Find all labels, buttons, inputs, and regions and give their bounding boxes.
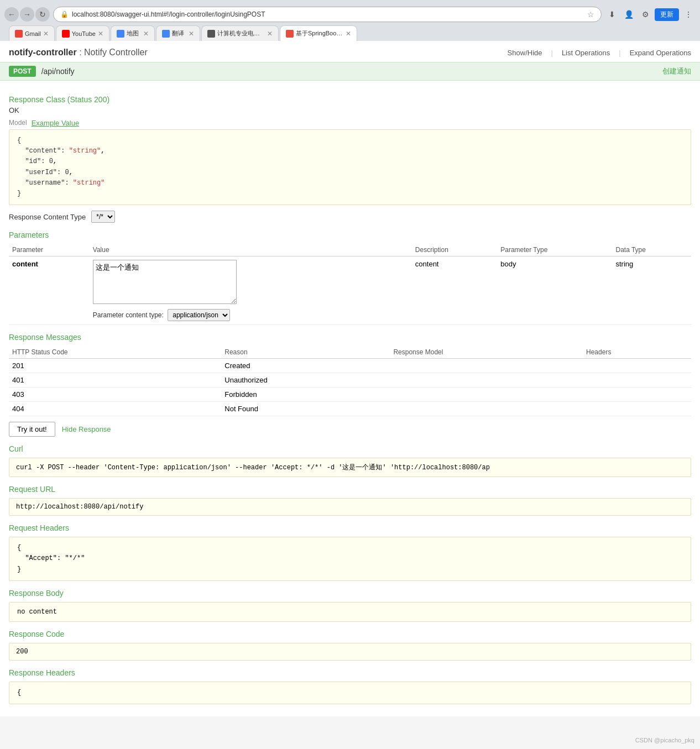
response-class-title: Response Class (Status 200)	[9, 95, 691, 104]
resp-header-reason: Reason	[221, 346, 390, 359]
example-value-tab[interactable]: Example Value	[32, 119, 79, 127]
request-url-block: http://localhost:8080/api/notify	[9, 498, 691, 516]
resp-headers-201	[583, 359, 691, 373]
param-value-content[interactable]: 这是一个通知	[93, 260, 237, 304]
table-row: content 这是一个通知 Parameter content type: a…	[9, 256, 691, 325]
param-ct-label: Parameter content type:	[93, 311, 164, 319]
param-datatype-content: string	[612, 256, 691, 325]
param-ct-select[interactable]: application/json	[168, 309, 230, 321]
parameters-table: Parameter Value Description Parameter Ty…	[9, 244, 691, 325]
tab-springboot[interactable]: 基于SpringBoot实... ✕	[280, 25, 357, 41]
tab-springboot-label: 基于SpringBoot实...	[296, 29, 343, 38]
profile-icon[interactable]: 👤	[621, 7, 636, 22]
extensions-icon[interactable]: ⚙	[638, 7, 652, 22]
resp-model-403	[390, 387, 583, 402]
hide-response-link[interactable]: Hide Response	[62, 425, 111, 433]
tab-maps-label: 地图	[127, 29, 139, 38]
tab-youtube-close[interactable]: ✕	[98, 30, 103, 38]
tab-ebooks-close[interactable]: ✕	[267, 30, 273, 38]
main-content-area: Response Class (Status 200) OK Model Exa…	[0, 81, 700, 716]
tab-translate-label: 翻译	[172, 29, 184, 38]
page-content: notify-controller : Notify Controller Sh…	[0, 41, 700, 716]
try-it-out-button[interactable]: Try it out!	[9, 422, 55, 437]
response-code-block: 200	[9, 643, 691, 661]
resp-model-404	[390, 402, 583, 416]
table-row: 404 Not Found	[9, 402, 691, 416]
downloads-icon[interactable]: ⬇	[605, 7, 619, 22]
tab-maps-close[interactable]: ✕	[143, 30, 149, 38]
back-button[interactable]: ←	[4, 7, 19, 22]
tab-gmail[interactable]: Gmail ✕	[9, 25, 55, 41]
response-headers-title: Response Headers	[9, 668, 691, 677]
response-content-type-select[interactable]: */*	[91, 211, 115, 223]
youtube-favicon	[62, 30, 70, 38]
model-label: Model	[9, 119, 27, 127]
tab-translate-close[interactable]: ✕	[189, 30, 194, 38]
resp-model-401	[390, 373, 583, 387]
param-header-parameter: Parameter	[9, 244, 90, 256]
param-description-content: content	[412, 256, 497, 325]
curl-block: curl -X POST --header 'Content-Type: app…	[9, 458, 691, 477]
expand-operations-link[interactable]: Expand Operations	[630, 49, 691, 57]
menu-icon[interactable]: ⋮	[681, 7, 696, 22]
endpoint-bar: POST /api/notify 创建通知	[0, 62, 700, 81]
param-header-description: Description	[412, 244, 497, 256]
list-operations-link[interactable]: List Operations	[562, 49, 610, 57]
response-headers-block: {	[9, 682, 691, 704]
param-header-parameter-type: Parameter Type	[497, 244, 612, 256]
response-messages-title: Response Messages	[9, 333, 691, 342]
param-header-data-type: Data Type	[612, 244, 691, 256]
param-header-value: Value	[90, 244, 412, 256]
swagger-header: notify-controller : Notify Controller Sh…	[0, 41, 700, 62]
url-input[interactable]	[72, 11, 584, 18]
translate-favicon	[162, 30, 170, 38]
tab-youtube[interactable]: YouTube ✕	[56, 25, 109, 41]
table-row: 403 Forbidden	[9, 387, 691, 402]
controller-title-bar: notify-controller : Notify Controller	[9, 48, 148, 57]
resp-headers-404	[583, 402, 691, 416]
bookmark-icon[interactable]: ☆	[587, 10, 594, 19]
reload-button[interactable]: ↻	[35, 7, 50, 22]
resp-code-404: 404	[9, 402, 221, 416]
method-badge: POST	[9, 66, 36, 77]
buttons-row: Try it out! Hide Response	[9, 422, 691, 437]
secure-icon: 🔒	[60, 11, 69, 18]
tab-gmail-label: Gmail	[25, 30, 41, 37]
update-button[interactable]: 更新	[655, 8, 679, 21]
ebooks-favicon	[207, 30, 215, 38]
gmail-favicon	[15, 30, 23, 38]
resp-reason-403: Forbidden	[221, 387, 390, 402]
endpoint-action-link[interactable]: 创建通知	[662, 66, 691, 76]
response-body-title: Response Body	[9, 589, 691, 598]
table-row: 201 Created	[9, 359, 691, 373]
table-row: 401 Unauthorized	[9, 373, 691, 387]
tab-translate[interactable]: 翻译 ✕	[156, 25, 200, 41]
address-bar[interactable]: 🔒 ☆	[53, 7, 602, 22]
resp-header-headers: Headers	[583, 346, 691, 359]
maps-favicon	[117, 30, 124, 38]
resp-code-401: 401	[9, 373, 221, 387]
response-code-title: Response Code	[9, 630, 691, 638]
tab-ebooks[interactable]: 计算机专业电子书... ✕	[201, 25, 279, 41]
json-code-block: { "content": "string", "id": 0, "userId"…	[9, 129, 691, 205]
tab-ebooks-label: 计算机专业电子书...	[217, 29, 265, 38]
tab-maps[interactable]: 地图 ✕	[111, 25, 155, 41]
resp-reason-201: Created	[221, 359, 390, 373]
parameters-title: Parameters	[9, 231, 691, 239]
response-body-block: no content	[9, 602, 691, 622]
curl-title: Curl	[9, 444, 691, 453]
forward-button[interactable]: →	[20, 7, 34, 22]
show-hide-link[interactable]: Show/Hide	[508, 49, 542, 57]
request-headers-block: { "Accept": "*/*" }	[9, 537, 691, 581]
param-name-content: content	[12, 260, 38, 268]
tab-youtube-label: YouTube	[72, 30, 96, 37]
response-messages-table: HTTP Status Code Reason Response Model H…	[9, 346, 691, 416]
resp-header-model: Response Model	[390, 346, 583, 359]
endpoint-path: /api/notify	[41, 67, 662, 76]
response-content-type-label: Response Content Type	[9, 213, 86, 221]
tab-springboot-close[interactable]: ✕	[346, 30, 351, 38]
resp-code-403: 403	[9, 387, 221, 402]
resp-reason-404: Not Found	[221, 402, 390, 416]
resp-headers-401	[583, 373, 691, 387]
tab-gmail-close[interactable]: ✕	[43, 30, 49, 38]
